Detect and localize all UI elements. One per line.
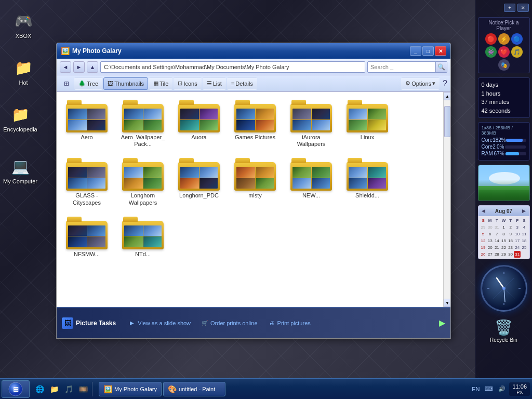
print-pictures-button[interactable]: 🖨 Print pictures [265, 318, 314, 328]
scroll-down-button[interactable]: ▼ [444, 299, 450, 307]
folder-item-8[interactable]: Longhorn_PDC [173, 154, 225, 208]
cal-24[interactable]: 24 [514, 244, 521, 251]
picture-tasks-expand-button[interactable]: ▶ [439, 318, 445, 328]
ql-folder-button[interactable]: 📁 [47, 382, 61, 396]
recycle-bin-widget[interactable]: 🗑️ Recycle Bin [490, 319, 517, 343]
scroll-up-button[interactable]: ▲ [444, 92, 450, 100]
notice-btn-1[interactable]: 🔴 [485, 33, 497, 45]
folder-item-1[interactable]: Aero_Wallpaper_Pack... [117, 96, 169, 150]
toolbar-details-button[interactable]: ≡ Details [227, 77, 257, 90]
folder-item-10[interactable]: NEW... [285, 154, 337, 208]
cal-30[interactable]: 30 [487, 224, 494, 231]
up-button[interactable]: ▲ [87, 61, 98, 73]
start-button[interactable]: ⊞ [2, 380, 30, 398]
order-prints-button[interactable]: 🛒 Order prints online [198, 318, 261, 328]
ql-internet-button[interactable]: 🌐 [33, 382, 46, 396]
tray-keyboard-button[interactable]: ⌨ [483, 384, 495, 393]
notice-btn-3[interactable]: 🔵 [511, 33, 523, 45]
cal-28[interactable]: 28 [494, 251, 500, 258]
cal-14[interactable]: 14 [494, 237, 500, 244]
cal-22[interactable]: 22 [500, 244, 507, 251]
notice-btn-5[interactable]: ❤️ [498, 46, 510, 58]
cal-2[interactable]: 2 [507, 224, 514, 231]
help-button[interactable]: ? [443, 79, 447, 88]
cal-21[interactable]: 21 [494, 244, 500, 251]
folder-item-9[interactable]: misty [229, 154, 281, 208]
window-minimize-button[interactable]: _ [410, 46, 421, 56]
notice-btn-2[interactable]: ⚡ [498, 33, 510, 45]
window-maximize-button[interactable]: □ [422, 46, 434, 56]
folder-item-11[interactable]: Shieldd... [341, 154, 393, 208]
ql-video-button[interactable]: 🎞️ [76, 382, 90, 396]
cal-26[interactable]: 26 [480, 251, 487, 258]
cal-5[interactable]: 5 [480, 231, 487, 237]
notice-btn-7[interactable]: 🎭 [498, 59, 510, 71]
scrollbar-track[interactable] [444, 100, 450, 299]
calendar-prev-button[interactable]: ◄ [481, 207, 487, 215]
folder-item-2[interactable]: Auora [173, 96, 225, 150]
sidebar-close-button[interactable]: ✕ [517, 4, 529, 12]
address-input[interactable] [100, 61, 365, 73]
cal-6[interactable]: 6 [487, 231, 494, 237]
desktop-icon-encyclopedia[interactable]: 📁 Encyclopedia [2, 104, 38, 133]
cal-15[interactable]: 15 [500, 237, 507, 244]
toolbar-thumbnails-button[interactable]: 🖼 Thumbnails [103, 77, 148, 90]
cal-19[interactable]: 19 [480, 244, 487, 251]
cal-31[interactable]: 31 [494, 224, 500, 231]
cal-7[interactable]: 7 [494, 231, 500, 237]
cal-31-today[interactable]: 31 [514, 251, 521, 258]
cal-3[interactable]: 3 [514, 224, 521, 231]
taskbar-item-explorer[interactable]: 🖼️ My Photo Galary [99, 382, 162, 396]
cal-9[interactable]: 9 [507, 231, 514, 237]
folder-item-0[interactable]: Aero [61, 96, 113, 150]
tray-volume-button[interactable]: 🔊 [497, 384, 507, 393]
cal-16[interactable]: 16 [507, 237, 514, 244]
window-close-button[interactable]: ✕ [435, 46, 446, 56]
cal-17[interactable]: 17 [514, 237, 521, 244]
toolbar-tile-button[interactable]: ▦ Tile [149, 77, 172, 90]
scrollbar-thumb[interactable] [444, 106, 450, 137]
tray-clock[interactable]: 11:06 PX [509, 382, 530, 396]
folder-item-7[interactable]: Longhorn Wallpapers [117, 154, 169, 208]
folder-item-3[interactable]: Games Pictures [229, 96, 281, 150]
search-button[interactable]: 🔍 [435, 61, 447, 73]
cal-1[interactable]: 1 [500, 224, 507, 231]
cal-4[interactable]: 4 [521, 224, 527, 231]
forward-button[interactable]: ► [73, 61, 85, 73]
cal-12[interactable]: 12 [480, 237, 487, 244]
folder-item-13[interactable]: NTd... [117, 213, 169, 260]
desktop-icon-hot[interactable]: 📁 Hot [5, 57, 42, 86]
cal-25[interactable]: 25 [521, 244, 527, 251]
view-slideshow-button[interactable]: ▶ View as a slide show [125, 318, 194, 328]
cal-20[interactable]: 20 [487, 244, 494, 251]
desktop-icon-my-computer[interactable]: 💻 My Computer [2, 156, 38, 185]
sidebar-add-button[interactable]: + [504, 4, 515, 12]
cal-27[interactable]: 27 [487, 251, 494, 258]
cal-18[interactable]: 18 [521, 237, 527, 244]
toolbar-options-button[interactable]: ⚙ Options ▾ [401, 77, 440, 90]
cal-10[interactable]: 10 [514, 231, 521, 237]
folder-item-4[interactable]: iAurora Wallpapers [285, 96, 337, 150]
cal-11[interactable]: 11 [521, 231, 527, 237]
cal-29b[interactable]: 29 [500, 251, 507, 258]
folder-item-6[interactable]: GLASS - Cityscapes [61, 154, 113, 208]
folder-item-5[interactable]: Linux [341, 96, 393, 150]
notice-btn-6[interactable]: 🎵 [511, 46, 523, 58]
desktop-icon-xbox[interactable]: 🎮 XBOX [5, 10, 42, 39]
cal-30b[interactable]: 30 [507, 251, 514, 258]
toolbar-icons-button[interactable]: ⊡ Icons [174, 77, 201, 90]
taskbar-item-paint[interactable]: 🎨 untitled - Paint [163, 382, 225, 396]
folder-item-12[interactable]: NFSMW... [61, 213, 113, 260]
back-button[interactable]: ◄ [60, 61, 71, 73]
cal-8[interactable]: 8 [500, 231, 507, 237]
notice-btn-4[interactable]: 👾 [485, 46, 497, 58]
tray-lang-button[interactable]: EN [470, 385, 481, 393]
calendar-next-button[interactable]: ► [521, 207, 527, 215]
cal-23[interactable]: 23 [507, 244, 514, 251]
toolbar-tree-button[interactable]: 🌲 Tree [74, 77, 102, 90]
search-input[interactable] [368, 64, 435, 70]
view-icon-button[interactable]: ⊞ [60, 77, 73, 90]
cal-29[interactable]: 29 [480, 224, 487, 231]
cal-13[interactable]: 13 [487, 237, 494, 244]
toolbar-list-button[interactable]: ☰ List [203, 77, 226, 90]
